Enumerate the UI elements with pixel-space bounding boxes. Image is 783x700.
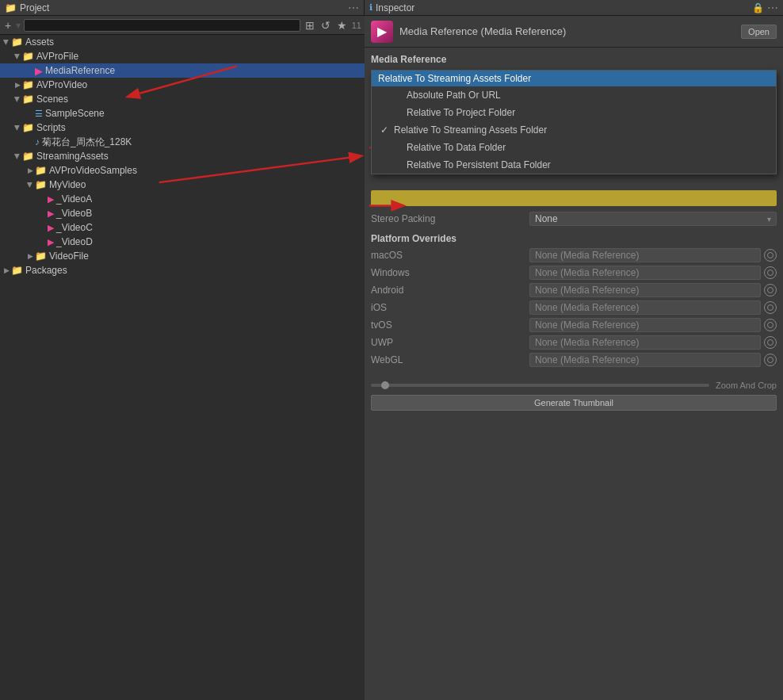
dropdown-option-2[interactable]: ✓ Relative To Streaming Assets Folder bbox=[372, 121, 776, 139]
zoom-crop-label: Zoom And Crop bbox=[716, 381, 777, 390]
tvos-label: tvOS bbox=[371, 319, 529, 331]
inspector-header: ▶ Media Reference (Media Reference) Open bbox=[365, 16, 783, 48]
component-name: Media Reference (Media Reference) bbox=[399, 25, 735, 37]
media-icon: ▶ bbox=[371, 21, 393, 43]
stereo-dropdown-arrow: ▾ bbox=[767, 215, 771, 224]
open-button[interactable]: Open bbox=[741, 25, 777, 39]
folder-icon: 📁 bbox=[22, 122, 34, 133]
search-input[interactable] bbox=[24, 19, 300, 32]
star-icon[interactable]: ★ bbox=[335, 19, 349, 32]
tree-item-videod[interactable]: ▶ _VideoD bbox=[0, 235, 365, 249]
tree-item-scripts[interactable]: ▶ 📁 Scripts bbox=[0, 120, 365, 135]
zoom-slider[interactable] bbox=[371, 384, 709, 387]
generate-thumbnail-button[interactable]: Generate Thumbnail bbox=[371, 395, 777, 411]
refresh-icon[interactable]: ↺ bbox=[319, 19, 332, 32]
folder-icon: 📁 bbox=[35, 165, 47, 176]
folder-icon: 📁 bbox=[35, 251, 47, 262]
platform-row-windows: Windows None (Media Reference) bbox=[371, 265, 777, 281]
info-icon: ℹ bbox=[369, 2, 372, 13]
macos-value: None (Media Reference) bbox=[529, 248, 761, 262]
android-value-container: None (Media Reference) bbox=[529, 283, 777, 297]
tree-item-videofile[interactable]: ▶ 📁 VideoFile bbox=[0, 249, 365, 263]
macos-circle-btn[interactable] bbox=[764, 249, 777, 262]
uwp-value: None (Media Reference) bbox=[529, 335, 761, 350]
webgl-label: WebGL bbox=[371, 354, 529, 365]
platform-row-webgl: WebGL None (Media Reference) bbox=[371, 352, 777, 368]
path-dropdown-container: Relative To Streaming Assets Folder ▾ Re… bbox=[371, 70, 777, 87]
scene-icon: ☰ bbox=[35, 109, 43, 119]
folder-icon: 📁 bbox=[11, 36, 23, 48]
ios-value-container: None (Media Reference) bbox=[529, 300, 777, 315]
option-3-label: Relative To Data Folder bbox=[407, 142, 506, 153]
uwp-value-container: None (Media Reference) bbox=[529, 335, 777, 350]
video-icon: ▶ bbox=[48, 223, 54, 233]
tvos-circle-btn[interactable] bbox=[764, 319, 777, 331]
folder-icon: 📁 bbox=[22, 51, 34, 62]
folder-icon: 📁 bbox=[5, 2, 17, 13]
tree-item-assets[interactable]: ▶ 📁 Assets bbox=[0, 35, 365, 49]
packages-label: Packages bbox=[25, 265, 67, 276]
videofile-label: VideoFile bbox=[49, 251, 89, 262]
tree-item-videob[interactable]: ▶ _VideoB bbox=[0, 206, 365, 220]
check-mark-2: ✓ bbox=[378, 124, 391, 136]
android-value: None (Media Reference) bbox=[529, 283, 761, 297]
inspector-more-icon[interactable]: ⋯ bbox=[767, 2, 778, 14]
webgl-circle-btn[interactable] bbox=[764, 354, 777, 366]
tree-item-avprovideo[interactable]: ▶ 📁 AVProVideo bbox=[0, 78, 365, 92]
avprofile-label: AVProFile bbox=[36, 51, 78, 62]
windows-circle-btn[interactable] bbox=[764, 266, 777, 279]
tree-item-videoa[interactable]: ▶ _VideoA bbox=[0, 192, 365, 206]
scenes-label: Scenes bbox=[36, 94, 68, 105]
dropdown-option-1[interactable]: Relative To Project Folder bbox=[372, 104, 776, 121]
add-button[interactable]: + bbox=[3, 19, 13, 32]
layout-icon[interactable]: ⊞ bbox=[304, 19, 316, 32]
tvos-value-container: None (Media Reference) bbox=[529, 318, 777, 332]
tree-item-packages[interactable]: ▶ 📁 Packages bbox=[0, 263, 365, 277]
folder-icon: 📁 bbox=[35, 179, 47, 190]
dropdown-option-0[interactable]: Absolute Path Or URL bbox=[372, 86, 776, 104]
videob-label: _VideoB bbox=[56, 208, 92, 219]
dropdown-option-3[interactable]: Relative To Data Folder bbox=[372, 139, 776, 156]
dropdown-menu: Relative To Streaming Assets Folder Abso… bbox=[371, 70, 777, 174]
android-circle-btn[interactable] bbox=[764, 284, 777, 296]
tree-item-avprofile[interactable]: ▶ 📁 AVProFile bbox=[0, 49, 365, 63]
tree-item-streamingassets[interactable]: ▶ 📁 StreamingAssets bbox=[0, 149, 365, 163]
video-icon: ▶ bbox=[48, 194, 54, 205]
myvideo-label: MyVideo bbox=[49, 179, 86, 190]
videoc-label: _VideoC bbox=[56, 222, 93, 233]
platform-row-ios: iOS None (Media Reference) bbox=[371, 300, 777, 316]
video-icon: ▶ bbox=[48, 237, 54, 247]
folder-icon: 📁 bbox=[22, 151, 34, 162]
music-label: 菊花台_周杰伦_128K bbox=[42, 136, 132, 149]
uwp-circle-btn[interactable] bbox=[764, 336, 777, 349]
stereo-packing-dropdown[interactable]: None ▾ bbox=[529, 212, 777, 226]
option-0-label: Absolute Path Or URL bbox=[407, 90, 501, 101]
dropdown-header-label: Relative To Streaming Assets Folder bbox=[378, 73, 531, 84]
avprovideo-label: AVProVideo bbox=[36, 79, 87, 90]
inspector-body: Media Reference Relative To Streaming As… bbox=[365, 48, 783, 700]
tree-item-samplescene[interactable]: ☰ SampleScene bbox=[0, 106, 365, 120]
tree-item-music[interactable]: ♪ 菊花台_周杰伦_128K bbox=[0, 135, 365, 149]
path-input-area[interactable] bbox=[371, 190, 777, 206]
platform-overrides-section: Platform Overrides macOS None (Media Ref… bbox=[371, 233, 777, 368]
divider: ▾ bbox=[16, 20, 21, 31]
audio-icon: ♪ bbox=[35, 136, 40, 147]
tree-item-avprovideosamp[interactable]: ▶ 📁 AVProVideoSamples bbox=[0, 163, 365, 178]
platform-row-tvos: tvOS None (Media Reference) bbox=[371, 317, 777, 333]
tree-item-videoc[interactable]: ▶ _VideoC bbox=[0, 220, 365, 235]
tree-item-myvideo[interactable]: ▶ 📁 MyVideo bbox=[0, 178, 365, 192]
platform-overrides-header: Platform Overrides bbox=[371, 233, 777, 244]
option-2-label: Relative To Streaming Assets Folder bbox=[394, 124, 547, 136]
project-tab-label[interactable]: Project bbox=[20, 2, 49, 13]
webgl-value: None (Media Reference) bbox=[529, 353, 761, 367]
zoom-handle[interactable] bbox=[381, 381, 389, 389]
ios-circle-btn[interactable] bbox=[764, 301, 777, 314]
more-options-icon[interactable]: ⋯ bbox=[348, 2, 359, 14]
stereo-packing-label: Stereo Packing bbox=[371, 213, 529, 224]
inspector-tab-label[interactable]: Inspector bbox=[376, 2, 414, 13]
dropdown-option-4[interactable]: Relative To Persistent Data Folder bbox=[372, 156, 776, 174]
tree-item-scenes[interactable]: ▶ 📁 Scenes bbox=[0, 92, 365, 106]
inspector-lock-icon[interactable]: 🔒 bbox=[752, 2, 764, 13]
videod-label: _VideoD bbox=[56, 236, 93, 247]
tree-item-mediareference[interactable]: ▶ MediaReference bbox=[0, 63, 365, 78]
